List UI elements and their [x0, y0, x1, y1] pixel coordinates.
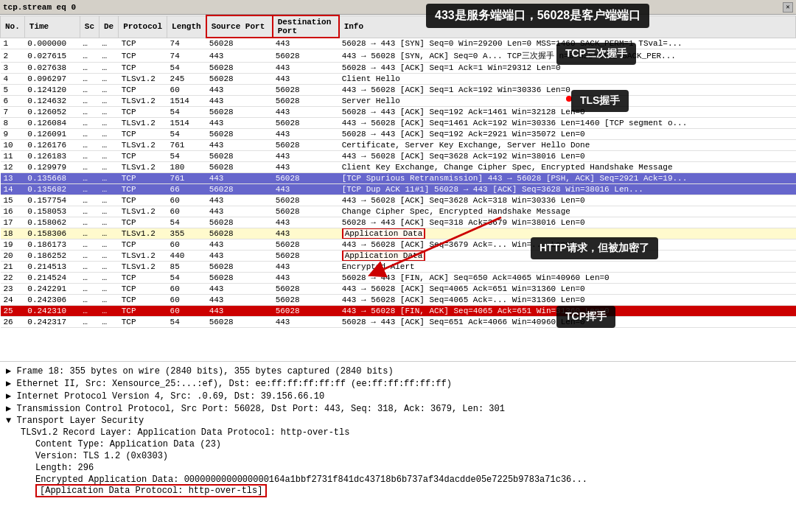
packet-tbody: 10.000000……TCP745602844356028 → 443 [SYN… — [1, 38, 796, 328]
table-row[interactable]: 120.129979……TLSv1.218056028443Client Key… — [1, 162, 796, 173]
table-row[interactable]: 140.135682……TCP6656028443[TCP Dup ACK 11… — [1, 184, 796, 195]
table-row[interactable]: 100.126176……TLSv1.276144356028Certificat… — [1, 140, 796, 151]
detail-line[interactable]: Length: 296 — [6, 462, 790, 474]
table-row[interactable]: 150.157754……TCP6044356028443 → 56028 [AC… — [1, 195, 796, 206]
col-header-no: No. — [1, 15, 25, 38]
col-header-proto: Protocol — [119, 15, 167, 38]
detail-line[interactable]: ▶ Internet Protocol Version 4, Src: .0.6… — [6, 390, 790, 402]
detail-line[interactable]: ▼ Transport Layer Security — [6, 415, 790, 427]
table-row[interactable]: 220.214524……TCP545602844356028 → 443 [FI… — [1, 273, 796, 284]
detail-line[interactable]: Version: TLS 1.2 (0x0303) — [6, 450, 790, 462]
col-header-src: Source Port — [206, 15, 273, 38]
table-row[interactable]: 10.000000……TCP745602844356028 → 443 [SYN… — [1, 38, 796, 49]
table-row[interactable]: 250.242310……TCP6044356028443 → 56028 [FI… — [1, 306, 796, 317]
table-row[interactable]: 170.158062……TCP545602844356028 → 443 [AC… — [1, 217, 796, 228]
table-row[interactable]: 70.126052……TCP545602844356028 → 443 [ACK… — [1, 107, 796, 118]
table-row[interactable]: 20.027615……TCP7444356028443 → 56028 [SYN… — [1, 49, 796, 63]
detail-pane: ▶ Frame 18: 355 bytes on wire (2840 bits… — [0, 361, 796, 532]
detail-lines: ▶ Frame 18: 355 bytes on wire (2840 bits… — [6, 365, 790, 496]
table-row[interactable]: 210.214513……TLSv1.28556028443Encrypted A… — [1, 262, 796, 273]
table-row[interactable]: 230.242291……TCP6044356028443 → 56028 [AC… — [1, 284, 796, 295]
col-header-sc: Sc — [80, 15, 99, 38]
col-header-time: Time — [24, 15, 80, 38]
annotation-port: 433是服务端端口，56028是客户端端口 — [426, 4, 649, 28]
col-header-len: Length — [167, 15, 206, 38]
close-button[interactable]: ✕ — [783, 2, 793, 13]
detail-line[interactable]: ▶ Ethernet II, Src: Xensource_25:...:ef)… — [6, 377, 790, 390]
table-row[interactable]: 260.242317……TCP545602844356028 → 443 [AC… — [1, 317, 796, 328]
table-row[interactable]: 90.126091……TCP545602844356028 → 443 [ACK… — [1, 129, 796, 140]
detail-line[interactable]: TLSv1.2 Record Layer: Application Data P… — [6, 427, 790, 438]
table-row[interactable]: 240.242306……TCP6044356028443 → 56028 [AC… — [1, 295, 796, 306]
table-row[interactable]: 160.158053……TLSv1.26044356028Change Ciph… — [1, 206, 796, 217]
detail-line[interactable]: ▶ Transmission Control Protocol, Src Por… — [6, 402, 790, 415]
detail-line[interactable]: Content Type: Application Data (23) — [6, 438, 790, 450]
annotation-http: HTTP请求，但被加密了 — [531, 237, 658, 259]
table-row[interactable]: 180.158306……TLSv1.235556028443Applicatio… — [1, 228, 796, 239]
main-wrapper: tcp.stream eq 0 ✕ 433是服务端端口，56028是客户端端口 … — [0, 0, 796, 532]
table-row[interactable]: 130.135668……TCP76144356028[TCP Spurious … — [1, 173, 796, 184]
table-row[interactable]: 110.126183……TCP5456028443443 → 56028 [AC… — [1, 151, 796, 162]
table-row[interactable]: 190.186173……TCP6044356028443 → 56028 [AC… — [1, 239, 796, 251]
packet-table: No. Time Sc De Protocol Length Source Po… — [0, 15, 796, 328]
annotation-tcp4: TCP挥手 — [556, 306, 615, 328]
app-data-box: [Application Data Protocol: http-over-tl… — [35, 484, 267, 497]
table-row[interactable]: 40.096297……TLSv1.224556028443Client Hell… — [1, 74, 796, 85]
table-row[interactable]: 80.126084……TLSv1.2151444356028443 → 5602… — [1, 118, 796, 129]
table-row[interactable]: 60.124632……TLSv1.2151444356028Server Hel… — [1, 96, 796, 107]
detail-boxed-line: [Application Data Protocol: http-over-tl… — [6, 486, 790, 496]
detail-line[interactable]: ▶ Frame 18: 355 bytes on wire (2840 bits… — [6, 365, 790, 377]
packet-table-scroll[interactable]: No. Time Sc De Protocol Length Source Po… — [0, 15, 796, 361]
window-title: tcp.stream eq 0 — [3, 3, 76, 12]
title-bar: tcp.stream eq 0 ✕ — [0, 0, 796, 15]
col-header-dst: Destination Port — [273, 15, 339, 38]
table-row[interactable]: 30.027638……TCP545602844356028 → 443 [ACK… — [1, 63, 796, 74]
col-header-de: De — [100, 15, 119, 38]
table-row[interactable]: 200.186252……TLSv1.244044356028Applicatio… — [1, 251, 796, 262]
main-container: No. Time Sc De Protocol Length Source Po… — [0, 15, 796, 532]
table-row[interactable]: 50.124120……TCP6044356028443 → 56028 [ACK… — [1, 85, 796, 96]
annotation-tcp3: TCP三次握手 — [556, 43, 636, 65]
annotation-tls: TLS握手 — [571, 90, 629, 112]
